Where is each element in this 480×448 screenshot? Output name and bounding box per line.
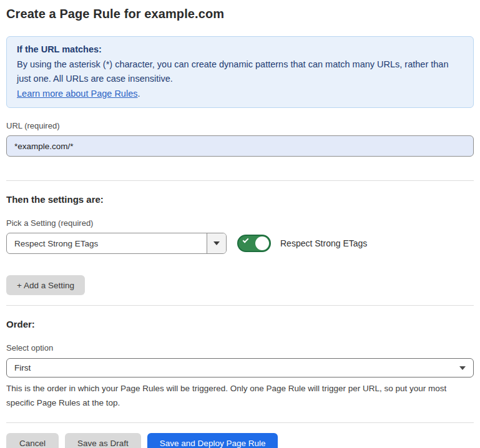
setting-toggle-label: Respect Strong ETags: [280, 238, 367, 248]
section-divider: [6, 180, 474, 181]
setting-dropdown-arrow-button[interactable]: [207, 233, 226, 253]
save-draft-button[interactable]: Save as Draft: [65, 433, 141, 448]
order-select[interactable]: First: [6, 358, 474, 377]
settings-section-heading: Then the settings are:: [6, 193, 474, 205]
check-icon: [243, 237, 249, 243]
section-divider: [6, 305, 474, 306]
setting-dropdown-value: Respect Strong ETags: [7, 233, 207, 253]
order-help-text: This is the order in which your Page Rul…: [6, 381, 474, 410]
pick-setting-label: Pick a Setting (required): [6, 218, 474, 228]
order-section-heading: Order:: [6, 318, 474, 330]
cancel-button[interactable]: Cancel: [6, 433, 59, 448]
create-page-rule-panel: Create a Page Rule for example.com If th…: [0, 0, 480, 448]
chevron-down-icon: [459, 366, 466, 370]
link-period: .: [137, 89, 140, 99]
footer-actions: Cancel Save as Draft Save and Deploy Pag…: [6, 433, 474, 448]
info-box-body: By using the asterisk (*) character, you…: [17, 57, 463, 87]
order-select-value: First: [14, 363, 459, 373]
url-field-label: URL (required): [6, 121, 474, 131]
learn-more-link[interactable]: Learn more about Page Rules: [17, 89, 137, 99]
url-input[interactable]: [6, 135, 474, 157]
setting-toggle[interactable]: [237, 235, 271, 252]
order-select-label: Select option: [6, 343, 474, 353]
toggle-knob: [255, 236, 269, 250]
setting-dropdown[interactable]: Respect Strong ETags: [6, 233, 227, 254]
add-setting-button[interactable]: + Add a Setting: [6, 275, 85, 295]
footer-divider: [6, 422, 474, 423]
page-title: Create a Page Rule for example.com: [6, 5, 474, 22]
url-match-info-box: If the URL matches: By using the asteris…: [6, 36, 474, 108]
setting-row: Respect Strong ETags Respect Strong ETag…: [6, 233, 474, 254]
chevron-down-icon: [213, 241, 220, 245]
info-box-heading: If the URL matches:: [17, 42, 463, 57]
save-deploy-button[interactable]: Save and Deploy Page Rule: [147, 433, 278, 448]
info-box-link-line: Learn more about Page Rules.: [17, 87, 463, 102]
